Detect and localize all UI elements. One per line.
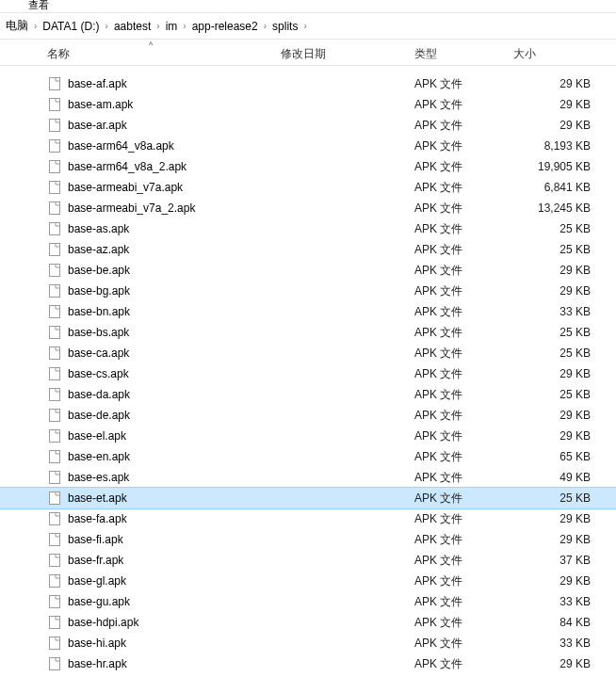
sort-ascending-icon: ^ xyxy=(149,40,153,50)
breadcrumb-item[interactable]: im xyxy=(164,20,180,33)
file-type: APK 文件 xyxy=(414,594,513,610)
file-row[interactable]: base-arm64_v8a_2.apkAPK 文件19,905 KB xyxy=(0,156,616,177)
file-row[interactable]: base-az.apkAPK 文件25 KB xyxy=(0,239,616,260)
breadcrumb-item[interactable]: aabtest xyxy=(112,20,153,33)
breadcrumb-item[interactable]: DATA1 (D:) xyxy=(41,20,101,33)
file-row[interactable]: base-ar.apkAPK 文件29 KB xyxy=(0,115,616,136)
file-icon xyxy=(47,221,62,236)
file-size: 29 KB xyxy=(513,367,596,380)
file-icon xyxy=(47,263,62,278)
file-row[interactable]: base-hdpi.apkAPK 文件84 KB xyxy=(0,612,616,633)
file-size: 19,905 KB xyxy=(513,160,596,173)
svg-rect-15 xyxy=(50,389,60,401)
file-row[interactable]: base-bs.apkAPK 文件25 KB xyxy=(0,322,616,343)
file-icon xyxy=(47,594,62,609)
svg-rect-21 xyxy=(50,513,60,525)
file-icon xyxy=(47,201,62,216)
file-icon xyxy=(47,491,62,506)
file-size: 33 KB xyxy=(513,595,596,608)
svg-rect-10 xyxy=(50,285,60,298)
file-type: APK 文件 xyxy=(414,553,513,569)
svg-rect-13 xyxy=(50,347,60,360)
svg-rect-24 xyxy=(50,575,60,588)
file-name: base-ca.apk xyxy=(68,347,281,360)
column-header-name[interactable]: 名称 ^ xyxy=(0,46,281,62)
file-icon xyxy=(47,138,62,153)
file-row[interactable]: base-arm64_v8a.apkAPK 文件8,193 KB xyxy=(0,136,616,156)
file-row[interactable]: base-en.apkAPK 文件65 KB xyxy=(0,446,616,467)
file-row[interactable]: base-da.apkAPK 文件25 KB xyxy=(0,384,616,405)
file-row[interactable]: base-cs.apkAPK 文件29 KB xyxy=(0,363,616,384)
file-type: APK 文件 xyxy=(414,408,513,424)
file-icon xyxy=(47,346,62,361)
file-icon xyxy=(47,283,62,298)
file-icon xyxy=(47,470,62,485)
file-name: base-cs.apk xyxy=(68,367,281,380)
column-header-type[interactable]: 类型 xyxy=(414,46,513,62)
file-row[interactable]: base-as.apkAPK 文件25 KB xyxy=(0,218,616,239)
file-type: APK 文件 xyxy=(414,325,513,341)
svg-rect-25 xyxy=(50,596,60,608)
breadcrumb-item[interactable]: 电脑 xyxy=(4,18,30,34)
file-row[interactable]: base-es.apkAPK 文件49 KB xyxy=(0,467,616,488)
file-row[interactable]: base-armeabi_v7a_2.apkAPK 文件13,245 KB xyxy=(0,198,616,218)
file-row[interactable]: base-hr.apkAPK 文件29 KB xyxy=(0,653,616,674)
file-name: base-fi.apk xyxy=(68,533,281,546)
file-icon xyxy=(47,180,62,195)
file-size: 29 KB xyxy=(513,574,596,588)
column-header-size[interactable]: 大小 xyxy=(513,46,616,62)
file-size: 25 KB xyxy=(513,326,596,339)
file-row[interactable]: base-am.apkAPK 文件29 KB xyxy=(0,94,616,115)
file-row[interactable]: base-fa.apkAPK 文件29 KB xyxy=(0,508,616,529)
svg-rect-11 xyxy=(50,306,60,318)
file-row[interactable]: base-ca.apkAPK 文件25 KB xyxy=(0,343,616,363)
file-row[interactable]: base-be.apkAPK 文件29 KB xyxy=(0,260,616,281)
file-type: APK 文件 xyxy=(414,76,513,92)
breadcrumb-item[interactable]: splits xyxy=(270,20,300,33)
file-row[interactable]: base-fi.apkAPK 文件29 KB xyxy=(0,529,616,550)
file-type: APK 文件 xyxy=(414,242,513,258)
toolbar-tab-remnant: 查看 xyxy=(0,0,616,13)
file-size: 29 KB xyxy=(513,512,596,525)
file-name: base-es.apk xyxy=(68,471,281,484)
file-size: 25 KB xyxy=(513,347,596,360)
file-row[interactable]: base-gl.apkAPK 文件29 KB xyxy=(0,571,616,591)
file-row[interactable]: base-et.apkAPK 文件25 KB xyxy=(0,488,616,508)
toolbar-tab-label: 查看 xyxy=(28,0,49,10)
svg-rect-27 xyxy=(50,637,60,650)
file-icon xyxy=(47,428,62,443)
file-row[interactable]: base-fr.apkAPK 文件37 KB xyxy=(0,550,616,571)
chevron-right-icon: › xyxy=(300,21,310,31)
file-icon xyxy=(47,366,62,381)
file-size: 13,245 KB xyxy=(513,201,596,215)
file-type: APK 文件 xyxy=(414,180,513,196)
column-header-date[interactable]: 修改日期 xyxy=(281,46,414,62)
file-size: 37 KB xyxy=(513,554,596,567)
file-name: base-arm64_v8a.apk xyxy=(68,139,281,153)
svg-rect-23 xyxy=(50,555,60,567)
file-name: base-arm64_v8a_2.apk xyxy=(68,160,281,173)
file-name: base-gu.apk xyxy=(68,595,281,608)
file-row[interactable]: base-hi.apkAPK 文件33 KB xyxy=(0,633,616,653)
file-type: APK 文件 xyxy=(414,97,513,113)
file-icon xyxy=(47,159,62,174)
file-icon xyxy=(47,449,62,464)
file-row[interactable]: base-gu.apkAPK 文件33 KB xyxy=(0,591,616,612)
file-name: base-gl.apk xyxy=(68,574,281,588)
file-name: base-armeabi_v7a_2.apk xyxy=(68,201,281,215)
chevron-right-icon: › xyxy=(102,21,112,31)
file-row[interactable]: base-bg.apkAPK 文件29 KB xyxy=(0,281,616,301)
file-row[interactable]: base-armeabi_v7a.apkAPK 文件6,841 KB xyxy=(0,177,616,198)
file-name: base-et.apk xyxy=(68,492,281,505)
file-row[interactable]: base-af.apkAPK 文件29 KB xyxy=(0,73,616,94)
chevron-right-icon: › xyxy=(179,21,189,31)
chevron-right-icon: › xyxy=(260,21,270,31)
file-type: APK 文件 xyxy=(414,615,513,631)
file-row[interactable]: base-de.apkAPK 文件29 KB xyxy=(0,405,616,426)
file-row[interactable]: base-el.apkAPK 文件29 KB xyxy=(0,426,616,446)
file-type: APK 文件 xyxy=(414,346,513,362)
breadcrumb-item[interactable]: app-release2 xyxy=(190,20,260,33)
breadcrumb[interactable]: 电脑›DATA1 (D:)›aabtest›im›app-release2›sp… xyxy=(0,13,616,40)
svg-rect-20 xyxy=(50,492,60,505)
file-row[interactable]: base-bn.apkAPK 文件33 KB xyxy=(0,301,616,322)
